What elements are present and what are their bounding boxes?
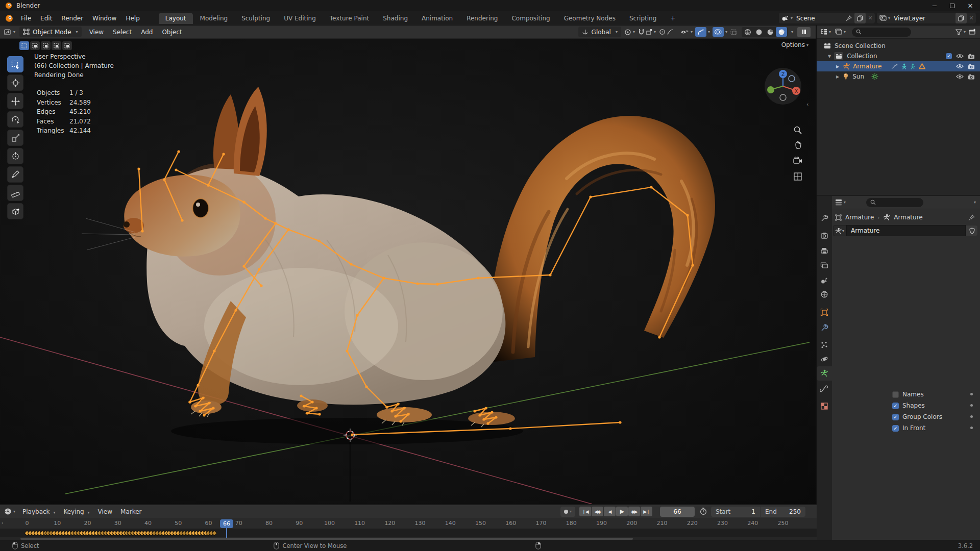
filter-chevron-icon[interactable]: ▾	[964, 30, 966, 34]
tool-add-cube[interactable]	[7, 203, 23, 219]
scene-chevron-icon[interactable]: ▾	[791, 16, 793, 20]
show-in-front-row[interactable]: ✓In Front	[892, 424, 925, 432]
next-keyframe-button[interactable]: ◆▶	[628, 507, 640, 516]
checkbox-group-colors[interactable]: ✓	[892, 414, 899, 420]
properties-tab-view-layer[interactable]	[817, 259, 832, 273]
remove-viewlayer-icon[interactable]: ✕	[967, 15, 976, 21]
zoom-view-icon[interactable]	[793, 126, 802, 135]
play-button[interactable]: ▶	[616, 507, 628, 516]
current-frame-badge[interactable]: 66	[220, 519, 233, 528]
tab-texture-paint[interactable]: Texture Paint	[323, 13, 376, 24]
tab-modeling[interactable]: Modeling	[193, 13, 235, 24]
scene-name[interactable]: Scene	[796, 15, 846, 22]
menu-edit[interactable]: Edit	[36, 13, 57, 23]
menu-window[interactable]: Window	[88, 13, 121, 23]
properties-tab-output[interactable]	[817, 244, 832, 258]
tool-cursor[interactable]	[7, 74, 23, 91]
current-frame-field[interactable]: 66	[660, 507, 695, 517]
viewlayer-name[interactable]: ViewLayer	[894, 15, 955, 22]
tab-scripting[interactable]: Scripting	[623, 13, 663, 24]
jump-to-start-button[interactable]: ❘◀	[579, 507, 591, 516]
blender-menu-icon[interactable]	[5, 14, 13, 22]
outliner-editor-icon[interactable]	[820, 29, 827, 35]
minimize-button[interactable]: ─	[926, 0, 943, 11]
outliner-row-armature[interactable]: ▶ Armature	[817, 61, 980, 71]
tab-animation[interactable]: Animation	[415, 13, 459, 24]
timeline-editor-icon[interactable]	[4, 508, 12, 515]
new-viewlayer-icon[interactable]	[955, 13, 967, 23]
armature-expand-icon[interactable]: ▶	[836, 64, 839, 69]
show-group-colors-row[interactable]: ✓Group Colors	[892, 413, 942, 420]
sun-expand-icon[interactable]: ▶	[836, 74, 839, 79]
menu-render[interactable]: Render	[57, 13, 88, 23]
scene-icon[interactable]	[781, 15, 789, 21]
collection-hide-eye-icon[interactable]	[956, 54, 964, 59]
outliner-search[interactable]	[852, 28, 911, 37]
properties-tab-render[interactable]	[817, 229, 832, 243]
navigation-gizmo[interactable]: Z X	[764, 67, 802, 106]
menu-help[interactable]: Help	[121, 13, 144, 23]
pin-icon[interactable]	[846, 15, 852, 21]
new-scene-icon[interactable]	[854, 13, 866, 23]
tab-geometry-nodes[interactable]: Geometry Nodes	[557, 13, 622, 24]
checkbox-in-front[interactable]: ✓	[892, 425, 899, 432]
menu-file[interactable]: File	[16, 13, 36, 23]
tool-scale[interactable]	[7, 130, 23, 146]
collection-checkbox[interactable]: ✓	[946, 53, 952, 59]
sun-render-camera-icon[interactable]	[968, 74, 975, 80]
timeline-menu-view[interactable]: View	[94, 507, 116, 517]
add-workspace-button[interactable]: +	[664, 13, 682, 24]
timeline-key-strip[interactable]	[0, 529, 817, 537]
timeline-menu-playback[interactable]: Playback ▾	[18, 507, 59, 517]
properties-editor-icon[interactable]	[835, 199, 842, 206]
properties-tab-bone-constraints[interactable]	[817, 382, 832, 396]
properties-options-chevron-icon[interactable]: ▾	[974, 200, 976, 205]
previous-keyframe-button[interactable]: ◀◆	[592, 507, 603, 516]
unlink-scene-icon[interactable]: ✕	[866, 15, 875, 21]
tab-compositing[interactable]: Compositing	[505, 13, 556, 24]
outliner-row-collection[interactable]: ▼ Collection ✓	[817, 51, 980, 61]
play-reverse-button[interactable]: ◀	[604, 507, 616, 516]
pin-id-icon[interactable]	[968, 214, 975, 221]
properties-tab-particles[interactable]	[817, 338, 832, 352]
collection-render-camera-icon[interactable]	[968, 54, 975, 59]
viewlayer-icon[interactable]	[879, 15, 887, 21]
use-preview-range-icon[interactable]	[700, 508, 707, 515]
breadcrumb-object[interactable]: Armature	[845, 214, 874, 221]
outliner-display-mode-icon[interactable]	[835, 29, 842, 35]
properties-tab-scene[interactable]	[817, 273, 832, 288]
checkbox-shapes[interactable]: ✓	[892, 403, 899, 409]
outliner-editor-chevron-icon[interactable]: ▾	[829, 30, 831, 34]
timeline-ruler[interactable]: › 01020304050607080901001101201301401501…	[0, 518, 817, 529]
tab-rendering[interactable]: Rendering	[460, 13, 504, 24]
tool-move[interactable]	[7, 93, 23, 109]
tab-layout[interactable]: Layout	[159, 13, 193, 24]
outliner-display-chevron-icon[interactable]: ▾	[844, 30, 846, 34]
panel-collapse-arrow[interactable]: ‹	[806, 101, 808, 108]
checkbox-names[interactable]	[892, 391, 899, 398]
properties-tab-physics[interactable]	[817, 352, 832, 366]
camera-view-icon[interactable]	[793, 157, 802, 165]
end-frame-field[interactable]: End 250	[761, 507, 805, 517]
tool-measure[interactable]	[7, 185, 23, 201]
properties-tab-object[interactable]	[817, 305, 832, 319]
datablock-name-field[interactable]: Armature	[846, 225, 966, 236]
tool-annotate[interactable]	[7, 166, 23, 183]
properties-tab-world[interactable]	[817, 287, 832, 302]
outliner-row-sun[interactable]: ▶ Sun	[817, 71, 980, 82]
toggle-ortho-icon[interactable]	[793, 172, 802, 181]
filter-icon[interactable]	[955, 29, 962, 35]
scene-selector[interactable]: ▾ Scene ✕	[779, 13, 875, 23]
tab-shading[interactable]: Shading	[376, 13, 414, 24]
jump-to-end-button[interactable]: ▶❘	[641, 507, 652, 516]
sun-hide-eye-icon[interactable]	[956, 74, 964, 79]
tab-sculpting[interactable]: Sculpting	[235, 13, 277, 24]
show-names-row[interactable]: Names	[892, 391, 924, 398]
viewport-3d[interactable]: ▾ Object Mode ▾ ViewSelectAddObject Glob…	[0, 26, 816, 504]
tool-rotate[interactable]	[7, 111, 23, 128]
keyframe[interactable]	[212, 530, 217, 536]
properties-tab-object-data[interactable]	[817, 366, 832, 381]
properties-editor-chevron-icon[interactable]: ▾	[844, 200, 846, 205]
armature-hide-eye-icon[interactable]	[956, 64, 964, 69]
tab-uv-editing[interactable]: UV Editing	[277, 13, 323, 24]
